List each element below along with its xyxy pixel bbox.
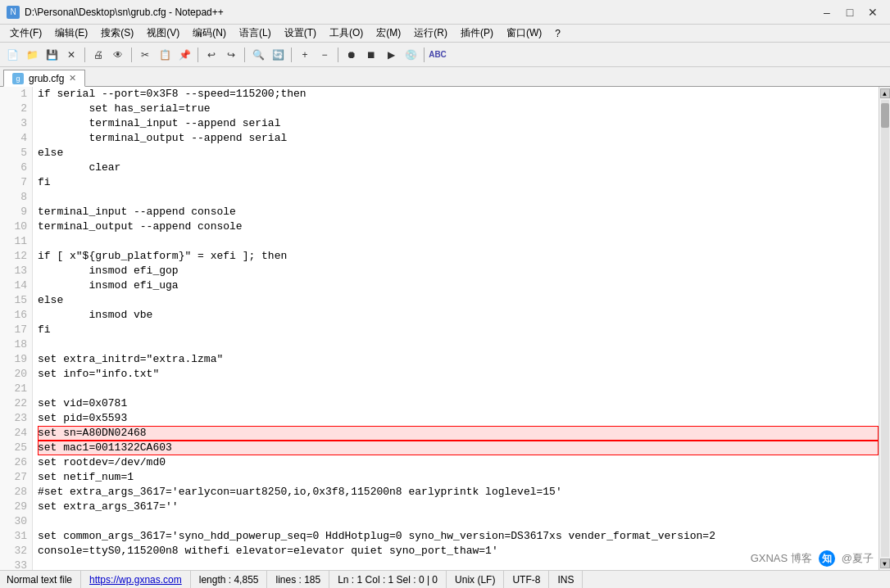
line-number: 25	[0, 441, 32, 455]
open-button[interactable]: 📁	[23, 46, 41, 64]
macro-play-button[interactable]: ▶	[382, 46, 400, 64]
window-controls: – □ ✕	[816, 4, 883, 20]
line-number: 12	[0, 249, 32, 264]
close-button[interactable]: ✕	[862, 4, 883, 20]
code-line[interactable]: else	[38, 146, 879, 161]
file-type-status: Normal text file	[7, 571, 81, 588]
code-line[interactable]: set vid=0x0781	[38, 396, 879, 411]
line-number: 29	[0, 500, 32, 514]
minimize-button[interactable]: –	[816, 4, 838, 20]
line-number: 33	[0, 559, 32, 570]
line-number: 17	[0, 323, 32, 337]
code-line[interactable]: insmod efi_gop	[38, 264, 879, 278]
code-line[interactable]: terminal_output --append serial	[38, 131, 879, 146]
line-number: 18	[0, 337, 32, 352]
insert-mode-status: INS	[549, 571, 583, 588]
scroll-track[interactable]	[881, 100, 889, 557]
menu-item[interactable]: 视图(V)	[140, 25, 186, 42]
line-number: 2	[0, 102, 32, 116]
editor-container: 1234567891011121314151617181920212223242…	[0, 87, 890, 570]
paste-button[interactable]: 📌	[175, 46, 193, 64]
code-line[interactable]	[38, 190, 879, 205]
code-line[interactable]: else	[38, 293, 879, 308]
code-line[interactable]: set has_serial=true	[38, 102, 879, 116]
code-line[interactable]: terminal_input --append console	[38, 205, 879, 219]
redo-button[interactable]: ↪	[222, 46, 240, 64]
line-number: 23	[0, 411, 32, 426]
menu-item[interactable]: 文件(F)	[3, 25, 48, 42]
new-button[interactable]: 📄	[3, 46, 21, 64]
maximize-button[interactable]: □	[839, 4, 860, 20]
code-line[interactable]: insmod efi_uga	[38, 278, 879, 293]
code-line[interactable]: set extra_initrd="extra.lzma"	[38, 352, 879, 367]
code-line[interactable]	[38, 234, 879, 249]
copy-button[interactable]: 📋	[156, 46, 174, 64]
code-line[interactable]	[38, 337, 879, 352]
print-preview-button[interactable]: 👁	[109, 46, 127, 64]
code-line[interactable]: set sn=A80DN02468	[38, 426, 879, 441]
zoom-in-button[interactable]: +	[296, 46, 314, 64]
line-number: 5	[0, 146, 32, 161]
url-status[interactable]: https://wp.gxnas.com	[81, 571, 191, 588]
menu-item[interactable]: 设置(T)	[278, 25, 323, 42]
url-link[interactable]: https://wp.gxnas.com	[89, 574, 182, 586]
menu-item[interactable]: 编码(N)	[186, 25, 233, 42]
macro-save-button[interactable]: 💿	[402, 46, 420, 64]
code-line[interactable]: set netif_num=1	[38, 470, 879, 485]
code-line[interactable]	[38, 382, 879, 396]
menu-item[interactable]: 运行(R)	[407, 25, 454, 42]
undo-button[interactable]: ↩	[202, 46, 220, 64]
replace-button[interactable]: 🔄	[269, 46, 287, 64]
line-number: 15	[0, 293, 32, 308]
code-line[interactable]: terminal_output --append console	[38, 219, 879, 234]
menu-bar: 文件(F)编辑(E)搜索(S)视图(V)编码(N)语言(L)设置(T)工具(O)…	[0, 25, 890, 43]
scroll-up-arrow[interactable]: ▲	[880, 88, 890, 98]
code-line[interactable]: terminal_input --append serial	[38, 116, 879, 131]
tab-close-button[interactable]: ✕	[69, 74, 76, 83]
line-number: 10	[0, 219, 32, 234]
code-line[interactable]: #set extra_args_3617='earlycon=uart8250,…	[38, 485, 879, 500]
find-button[interactable]: 🔍	[249, 46, 267, 64]
position-status: Ln : 1 Col : 1 Sel : 0 | 0	[329, 571, 447, 588]
menu-item[interactable]: ?	[548, 26, 567, 41]
code-line[interactable]	[38, 514, 879, 529]
code-line[interactable]: fi	[38, 323, 879, 337]
spellcheck-button[interactable]: ABC	[429, 46, 447, 64]
code-line[interactable]: set info="info.txt"	[38, 367, 879, 382]
zoom-out-button[interactable]: −	[316, 46, 334, 64]
code-line[interactable]: set extra_args_3617=''	[38, 500, 879, 514]
line-number: 21	[0, 382, 32, 396]
menu-item[interactable]: 工具(O)	[323, 25, 370, 42]
macro-stop-button[interactable]: ⏹	[362, 46, 380, 64]
line-number: 7	[0, 175, 32, 190]
scroll-down-arrow[interactable]: ▼	[880, 559, 890, 568]
code-line[interactable]: if serial --port=0x3F8 --speed=115200;th…	[38, 87, 879, 102]
menu-item[interactable]: 编辑(E)	[48, 25, 94, 42]
print-button[interactable]: 🖨	[89, 46, 107, 64]
code-line[interactable]: set mac1=0011322CA603	[38, 441, 879, 455]
line-number: 13	[0, 264, 32, 278]
code-line[interactable]: set pid=0x5593	[38, 411, 879, 426]
code-area[interactable]: if serial --port=0x3F8 --speed=115200;th…	[33, 87, 879, 570]
code-line[interactable]: set rootdev=/dev/md0	[38, 455, 879, 470]
cut-button[interactable]: ✂	[136, 46, 154, 64]
code-line[interactable]: fi	[38, 175, 879, 190]
menu-item[interactable]: 窗口(W)	[500, 25, 548, 42]
menu-item[interactable]: 语言(L)	[233, 25, 278, 42]
scroll-thumb[interactable]	[881, 103, 889, 128]
code-line[interactable]: if [ x"${grub_platform}" = xefi ]; then	[38, 249, 879, 264]
menu-item[interactable]: 搜索(S)	[94, 25, 140, 42]
macro-record-button[interactable]: ⏺	[343, 46, 361, 64]
close-doc-button[interactable]: ✕	[62, 46, 80, 64]
code-line[interactable]: insmod vbe	[38, 308, 879, 323]
toolbar-sep-1	[84, 47, 85, 62]
encoding-status: UTF-8	[504, 571, 549, 588]
menu-item[interactable]: 插件(P)	[454, 25, 500, 42]
code-line[interactable]: clear	[38, 161, 879, 175]
file-tab-icon: g	[12, 73, 24, 84]
save-button[interactable]: 💾	[43, 46, 61, 64]
code-line[interactable]: set common_args_3617='syno_hdd_powerup_s…	[38, 529, 879, 544]
menu-item[interactable]: 宏(M)	[370, 25, 407, 42]
scrollbar-vertical[interactable]: ▲ ▼	[879, 87, 890, 570]
tab-grub-cfg[interactable]: g grub.cfg ✕	[3, 70, 85, 87]
